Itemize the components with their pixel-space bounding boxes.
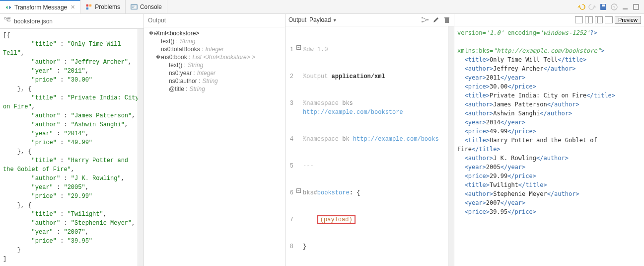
caret-down-icon[interactable]: �► [156, 55, 161, 60]
edit-icon[interactable] [432, 16, 440, 24]
svg-rect-20 [445, 18, 449, 23]
svg-rect-9 [602, 4, 605, 6]
maximize-icon[interactable] [632, 3, 640, 11]
layout-2col-icon[interactable] [585, 16, 593, 23]
svg-rect-18 [422, 21, 423, 22]
tab-problems[interactable]: Problems [80, 0, 126, 13]
svg-rect-16 [8, 20, 10, 21]
dw-payload-dropdown[interactable]: Payload ▼ [309, 16, 337, 23]
tree-icon [4, 17, 11, 25]
preview-panel: Preview version='1.0' encoding='windows-… [454, 14, 644, 266]
svg-rect-12 [623, 8, 628, 9]
xml-output[interactable]: version='1.0' encoding='windows-1252'?> … [454, 26, 644, 218]
layout-single-icon[interactable] [605, 16, 613, 23]
scrollbar[interactable] [138, 29, 143, 266]
output-schema-search[interactable] [144, 14, 285, 27]
svg-rect-15 [8, 17, 10, 19]
svg-rect-14 [4, 18, 6, 19]
svg-rect-5 [131, 4, 137, 9]
toolbar-right: ? [577, 3, 644, 11]
input-json-panel: bookstore.json [{ "title" : "Only Time W… [0, 14, 144, 266]
json-editor[interactable]: [{ "title" : "Only Time Will Tell", "aut… [0, 29, 143, 266]
transform-icon [5, 4, 12, 11]
undo-icon[interactable] [577, 3, 585, 11]
mapping-icon[interactable] [421, 16, 429, 24]
tab-console[interactable]: Console [126, 0, 167, 13]
layout-1col-icon[interactable] [575, 16, 583, 23]
tab-transform-message[interactable]: Transform Message ✕ [0, 0, 80, 13]
highlighted-payload: (payload) [317, 215, 356, 224]
editor-tab-bar: Transform Message ✕ Problems Console ? [0, 0, 644, 14]
scrollbar[interactable] [448, 26, 454, 266]
svg-rect-4 [86, 7, 88, 9]
source-file-label: bookstore.json [14, 18, 53, 25]
problems-icon [85, 3, 92, 10]
svg-marker-0 [6, 5, 8, 9]
close-icon[interactable]: ✕ [71, 4, 75, 10]
preview-button[interactable]: Preview [615, 16, 641, 24]
minimize-icon[interactable] [621, 3, 629, 11]
svg-rect-13 [634, 4, 639, 9]
redo-icon[interactable] [588, 3, 596, 11]
svg-text:?: ? [613, 5, 616, 9]
tab-label: Problems [95, 3, 120, 10]
layout-3col-icon[interactable] [595, 16, 603, 23]
svg-rect-2 [86, 4, 88, 6]
fold-icon[interactable]: − [296, 45, 301, 50]
output-schema-panel: �► Xml<bookstore> text() : String ns0:to… [144, 14, 286, 266]
help-icon[interactable]: ? [610, 3, 618, 11]
dataweave-panel: Output Payload ▼ 1−%dw 1.0 2%output appl… [286, 14, 454, 266]
dataweave-editor[interactable]: 1−%dw 1.0 2%output application/xml 3%nam… [286, 26, 454, 266]
delete-icon[interactable] [443, 16, 451, 24]
svg-rect-17 [422, 17, 423, 18]
dw-output-label: Output [288, 16, 306, 23]
schema-tree[interactable]: �► Xml<bookstore> text() : String ns0:to… [144, 27, 285, 266]
svg-rect-3 [89, 4, 91, 6]
console-icon [131, 3, 138, 10]
tab-label: Transform Message [14, 4, 67, 11]
svg-rect-19 [427, 19, 429, 20]
fold-icon[interactable]: − [296, 188, 301, 193]
chevron-down-icon: ▼ [333, 18, 337, 23]
save-icon[interactable] [599, 3, 607, 11]
tab-label: Console [140, 3, 162, 10]
svg-marker-1 [9, 5, 11, 9]
caret-down-icon[interactable]: �► [149, 31, 154, 36]
svg-rect-21 [444, 17, 449, 18]
